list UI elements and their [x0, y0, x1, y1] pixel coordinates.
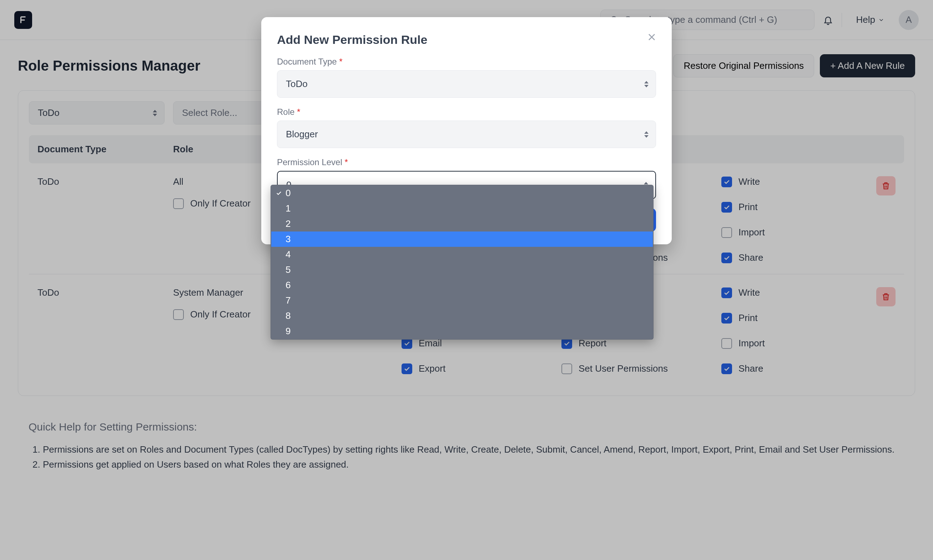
check-icon: [276, 188, 282, 198]
close-icon: [646, 31, 657, 43]
role-select-value: Blogger: [286, 129, 318, 140]
level-option-0[interactable]: 0: [271, 186, 653, 201]
doctype-field-label: Document Type *: [277, 57, 656, 67]
level-option-5[interactable]: 5: [271, 262, 653, 277]
level-dropdown[interactable]: 0123456789: [271, 185, 654, 340]
select-arrows-icon: [644, 131, 649, 138]
level-option-6[interactable]: 6: [271, 277, 653, 293]
select-arrows-icon: [644, 81, 649, 88]
level-option-1[interactable]: 1: [271, 201, 653, 216]
level-option-8[interactable]: 8: [271, 308, 653, 323]
role-select[interactable]: Blogger: [277, 120, 656, 148]
level-field-label: Permission Level *: [277, 157, 656, 167]
level-option-3[interactable]: 3: [271, 231, 653, 247]
role-field: Role * Blogger: [277, 107, 656, 148]
level-option-4[interactable]: 4: [271, 247, 653, 262]
doctype-field: Document Type * ToDo: [277, 57, 656, 98]
doctype-select[interactable]: ToDo: [277, 70, 656, 98]
modal-overlay: Add New Permission Rule Document Type * …: [0, 0, 933, 560]
role-field-label: Role *: [277, 107, 656, 117]
modal-title: Add New Permission Rule: [277, 33, 656, 47]
level-option-9[interactable]: 9: [271, 323, 653, 339]
modal-close-button[interactable]: [646, 31, 657, 45]
doctype-select-value: ToDo: [286, 78, 308, 89]
level-option-7[interactable]: 7: [271, 293, 653, 308]
level-option-2[interactable]: 2: [271, 216, 653, 231]
